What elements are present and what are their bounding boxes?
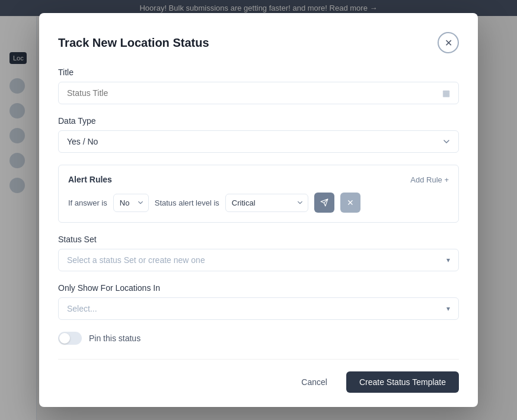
cancel-button[interactable]: Cancel xyxy=(289,371,339,393)
alert-level-select[interactable]: Critical Warning Info xyxy=(225,194,308,212)
data-type-select[interactable]: Yes / No Text Number Date xyxy=(58,130,459,153)
status-set-group: Status Set Select a status Set or create… xyxy=(58,235,459,271)
locations-group: Only Show For Locations In Select... ▾ xyxy=(58,283,459,320)
modal-overlay: Track New Location Status ✕ Title ▦ Data… xyxy=(0,0,517,420)
data-type-field-group: Data Type Yes / No Text Number Date xyxy=(58,116,459,153)
pin-row: Pin this status xyxy=(58,332,459,345)
modal-footer: Cancel Create Status Template xyxy=(58,359,459,393)
pin-label: Pin this status xyxy=(89,334,141,343)
alert-send-button[interactable] xyxy=(314,193,334,213)
status-set-label: Status Set xyxy=(58,235,459,244)
calendar-icon: ▦ xyxy=(442,88,450,98)
close-button[interactable]: ✕ xyxy=(438,32,459,53)
answer-select[interactable]: No Yes xyxy=(113,194,149,212)
if-answer-label: If answer is xyxy=(68,198,107,207)
data-type-label: Data Type xyxy=(58,116,459,126)
status-set-placeholder: Select a status Set or create new one xyxy=(67,255,205,265)
title-input[interactable] xyxy=(67,88,442,98)
alert-rules-header: Alert Rules Add Rule + xyxy=(68,175,449,184)
chevron-down-icon: ▾ xyxy=(446,304,450,313)
modal-header: Track New Location Status ✕ xyxy=(58,32,459,53)
modal-title: Track New Location Status xyxy=(58,36,209,50)
alert-rule-row: If answer is No Yes Status alert level i… xyxy=(68,193,449,213)
modal-dialog: Track New Location Status ✕ Title ▦ Data… xyxy=(39,13,478,407)
pin-toggle[interactable] xyxy=(58,332,82,345)
title-input-wrapper[interactable]: ▦ xyxy=(58,82,459,104)
title-field-group: Title ▦ xyxy=(58,68,459,104)
alert-rules-title: Alert Rules xyxy=(68,175,112,184)
create-button[interactable]: Create Status Template xyxy=(346,371,459,393)
locations-placeholder: Select... xyxy=(67,304,97,313)
locations-select[interactable]: Select... ▾ xyxy=(58,297,459,320)
title-label: Title xyxy=(58,68,459,77)
alert-rules-section: Alert Rules Add Rule + If answer is No Y… xyxy=(58,165,459,223)
toggle-knob xyxy=(59,333,70,344)
chevron-down-icon: ▾ xyxy=(446,256,450,264)
status-alert-label: Status alert level is xyxy=(155,198,219,207)
status-set-select[interactable]: Select a status Set or create new one ▾ xyxy=(58,249,459,271)
locations-label: Only Show For Locations In xyxy=(58,283,459,293)
alert-clear-button[interactable]: ✕ xyxy=(340,193,360,213)
add-rule-button[interactable]: Add Rule + xyxy=(410,175,449,184)
